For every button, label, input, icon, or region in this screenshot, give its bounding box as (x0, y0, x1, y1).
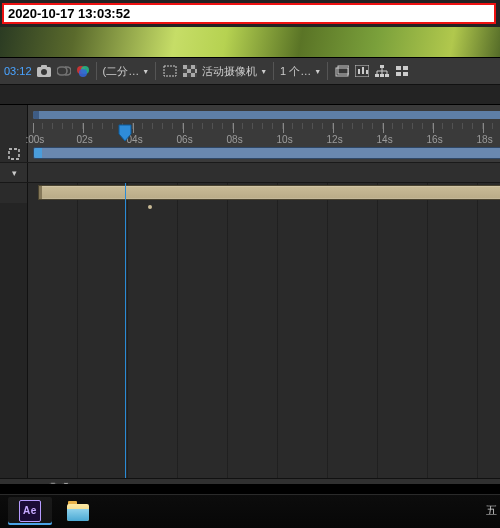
separator (273, 62, 274, 80)
taskbar-app-after-effects[interactable]: Ae (8, 497, 52, 525)
fast-previews-icon[interactable] (334, 63, 350, 79)
timeline-tracks-area[interactable] (0, 183, 500, 494)
svg-rect-25 (9, 149, 19, 159)
svg-rect-18 (375, 74, 379, 77)
timestamp-banner: 2020-10-17 13:03:52 (2, 3, 496, 24)
ruler-tick-label: 12s (327, 134, 343, 145)
svg-rect-20 (385, 74, 389, 77)
after-effects-icon: Ae (19, 500, 41, 522)
separator (155, 62, 156, 80)
svg-rect-1 (41, 65, 47, 68)
comp-marker[interactable] (148, 205, 152, 209)
active-camera-dropdown[interactable]: 活动摄像机 ▼ (202, 64, 267, 79)
ruler-tick-label: :00s (25, 134, 44, 145)
timeline-ruler-area: :00s 02s 04s 06s 08s 10s 12s 14s 16s 18s (0, 105, 500, 163)
svg-rect-13 (191, 73, 195, 77)
timeline-panel: :00s 02s 04s 06s 08s 10s 12s 14s 16s 18s… (0, 85, 500, 494)
timeline-header-left (0, 105, 28, 162)
active-camera-label: 活动摄像机 (202, 64, 257, 79)
region-of-interest-icon[interactable] (162, 63, 178, 79)
viewer-options-bar: 03:12 (二分… ▼ 活动摄像机 ▼ 1 个… ▼ (0, 58, 500, 85)
ruler-tick-label: 14s (377, 134, 393, 145)
timeline-tabs (0, 85, 500, 105)
svg-rect-9 (191, 65, 195, 69)
timeline-button-icon[interactable] (354, 63, 370, 79)
taskbar-app-file-explorer[interactable] (56, 497, 100, 525)
channel-swatch-icon[interactable] (76, 64, 90, 78)
svg-rect-8 (183, 65, 187, 69)
chevron-down-icon: ▼ (142, 68, 149, 75)
ruler-tick-label: 06s (177, 134, 193, 145)
ruler-tick-label: 10s (277, 134, 293, 145)
layer-row-gutter (0, 183, 28, 203)
region-of-interest-icon[interactable] (6, 146, 22, 162)
svg-rect-21 (396, 66, 401, 70)
svg-rect-17 (380, 65, 384, 68)
layer-duration-bar[interactable] (38, 185, 500, 200)
svg-rect-19 (380, 74, 384, 77)
transparency-grid-icon[interactable] (182, 63, 198, 79)
snapshot-camera-icon[interactable] (36, 63, 52, 79)
reset-exposure-icon[interactable] (394, 63, 410, 79)
comp-work-area-bar[interactable] (33, 111, 500, 119)
current-time-display[interactable]: 03:12 (4, 65, 32, 77)
timeline-grid (28, 183, 500, 494)
views-dropdown[interactable]: 1 个… ▼ (280, 64, 321, 79)
taskbar-shadow (0, 484, 500, 494)
chevron-down-icon: ▼ (314, 68, 321, 75)
resolution-dropdown[interactable]: (二分… ▼ (103, 64, 150, 79)
svg-rect-12 (183, 73, 187, 77)
separator (96, 62, 97, 80)
chevron-down-icon: ▾ (12, 168, 17, 178)
resolution-label: (二分… (103, 64, 140, 79)
file-explorer-icon (67, 501, 89, 521)
views-label: 1 个… (280, 64, 311, 79)
ruler-minor-ticks (33, 123, 500, 129)
layer-row[interactable] (0, 183, 500, 203)
ruler-tick-label: 16s (427, 134, 443, 145)
svg-rect-11 (195, 69, 197, 73)
work-area-bar[interactable] (33, 147, 500, 159)
link-chain-icon[interactable] (56, 63, 72, 79)
preview-viewport[interactable] (0, 27, 500, 58)
playhead-line (125, 183, 126, 478)
ruler-tick-label: 18s (477, 134, 493, 145)
playhead-handle[interactable] (118, 124, 132, 142)
comp-flowchart-icon[interactable] (374, 63, 390, 79)
svg-point-2 (41, 69, 47, 75)
ime-indicator[interactable]: 五 (486, 503, 497, 518)
svg-rect-15 (338, 66, 349, 74)
ruler-tick-label: 08s (227, 134, 243, 145)
work-area-start-handle[interactable] (34, 148, 42, 158)
layer-columns-header: ▾ (0, 163, 500, 183)
svg-rect-6 (164, 66, 176, 76)
ruler-tick-label: 02s (77, 134, 93, 145)
layer-columns-toggle[interactable]: ▾ (0, 163, 28, 182)
svg-rect-10 (187, 69, 191, 73)
svg-rect-22 (403, 66, 408, 70)
svg-point-5 (79, 69, 87, 77)
svg-rect-24 (403, 72, 408, 76)
windows-taskbar: Ae 五 (0, 494, 500, 528)
chevron-down-icon: ▼ (260, 68, 267, 75)
svg-rect-23 (396, 72, 401, 76)
separator (327, 62, 328, 80)
timeline-left-gutter (0, 183, 28, 494)
time-ruler[interactable]: :00s 02s 04s 06s 08s 10s 12s 14s 16s 18s (33, 123, 500, 145)
